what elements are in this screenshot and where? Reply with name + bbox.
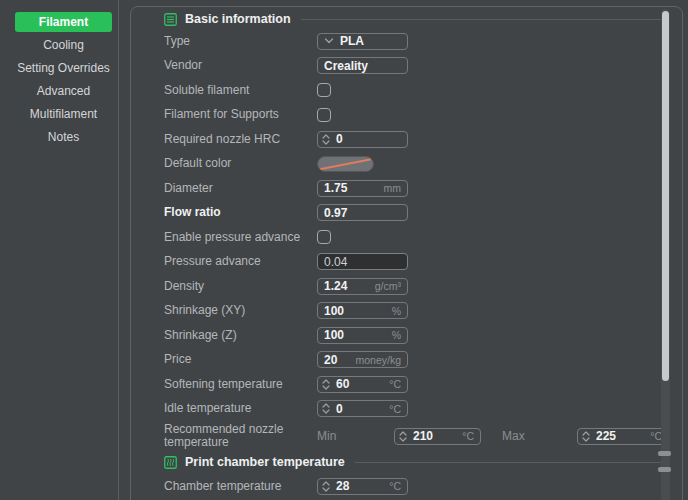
section-title: Basic information bbox=[185, 12, 291, 26]
unit-label: % bbox=[389, 329, 401, 341]
field-value: 100 bbox=[324, 304, 344, 318]
settings-sidebar: FilamentCoolingSetting OverridesAdvanced… bbox=[0, 0, 127, 500]
spinner-down-icon bbox=[322, 409, 330, 414]
setting-label: Recommended nozzle temperature bbox=[164, 423, 317, 449]
field-value: 0 bbox=[336, 402, 343, 416]
section-header-basic-information: Basic information bbox=[164, 9, 670, 29]
setting-label: Price bbox=[164, 353, 317, 366]
field-value: 210 bbox=[413, 429, 433, 443]
spinner-down-icon bbox=[322, 140, 330, 145]
setting-row-shrinkage-xy: Shrinkage (XY)100% bbox=[164, 299, 670, 324]
setting-label: Enable pressure advance bbox=[164, 231, 317, 244]
setting-row-pressure-advance: Pressure advance0.04 bbox=[164, 250, 670, 275]
max-label: Max bbox=[502, 429, 577, 443]
setting-row-chamber-temperature: Chamber temperature28°C bbox=[164, 473, 670, 499]
setting-label: Density bbox=[164, 280, 317, 293]
setting-label: Pressure advance bbox=[164, 255, 317, 268]
soluble-filament-checkbox[interactable] bbox=[317, 83, 331, 97]
setting-row-price: Price20money/kg bbox=[164, 348, 670, 373]
unit-label: % bbox=[389, 305, 401, 317]
idle-temperature-input[interactable]: 0°C bbox=[317, 400, 408, 417]
spinner-arrows[interactable] bbox=[322, 403, 330, 414]
filament-for-supports-checkbox[interactable] bbox=[317, 108, 331, 122]
settings-panel: Basic informationTypePLAVendorCrealitySo… bbox=[130, 6, 683, 500]
setting-label: Default color bbox=[164, 157, 317, 170]
unit-label: °C bbox=[386, 378, 401, 390]
setting-label: Diameter bbox=[164, 182, 317, 195]
enable-pressure-advance-checkbox[interactable] bbox=[317, 230, 331, 244]
setting-row-recommended-nozzle-temperature: Recommended nozzle temperatureMin210°CMa… bbox=[164, 421, 670, 451]
field-value: 28 bbox=[336, 479, 349, 493]
softening-temperature-input[interactable]: 60°C bbox=[317, 376, 408, 393]
sidebar-item-advanced[interactable]: Advanced bbox=[15, 81, 112, 101]
scrollbar-mark bbox=[658, 451, 671, 456]
spinner-up-icon bbox=[322, 379, 330, 384]
spinner-up-icon bbox=[322, 134, 330, 139]
density-input[interactable]: 1.24g/cm³ bbox=[317, 278, 408, 295]
setting-row-diameter: Diameter1.75mm bbox=[164, 176, 670, 201]
unit-label: mm bbox=[381, 182, 402, 194]
setting-row-soluble-filament: Soluble filament bbox=[164, 78, 670, 103]
flow-ratio-input[interactable]: 0.97 bbox=[317, 204, 408, 221]
unit-label: °C bbox=[647, 430, 662, 442]
setting-label: Type bbox=[164, 35, 317, 48]
list-icon bbox=[164, 13, 177, 26]
spinner-arrows[interactable] bbox=[322, 379, 330, 390]
setting-label: Idle temperature bbox=[164, 402, 317, 415]
field-value: 20 bbox=[324, 353, 337, 367]
chamber-temperature-input[interactable]: 28°C bbox=[317, 478, 408, 495]
heat-icon bbox=[164, 456, 177, 469]
spinner-arrows[interactable] bbox=[322, 134, 330, 145]
shrinkage-xy-input[interactable]: 100% bbox=[317, 302, 408, 319]
sidebar-item-multifilament[interactable]: Multifilament bbox=[15, 104, 112, 124]
field-value: PLA bbox=[340, 34, 364, 48]
sidebar-item-notes[interactable]: Notes bbox=[15, 127, 112, 147]
diameter-input[interactable]: 1.75mm bbox=[317, 180, 408, 197]
type-dropdown[interactable]: PLA bbox=[317, 33, 408, 50]
price-input[interactable]: 20money/kg bbox=[317, 351, 408, 368]
default-color-swatch[interactable] bbox=[317, 156, 374, 172]
pressure-advance-input[interactable]: 0.04 bbox=[317, 253, 408, 270]
setting-row-idle-temperature: Idle temperature0°C bbox=[164, 397, 670, 422]
min-label: Min bbox=[317, 429, 394, 443]
max-input[interactable]: 225°C bbox=[577, 428, 669, 445]
spinner-down-icon bbox=[582, 437, 590, 442]
sidebar-item-cooling[interactable]: Cooling bbox=[15, 35, 112, 55]
required-nozzle-hrc-input[interactable]: 0 bbox=[317, 131, 408, 148]
spinner-up-icon bbox=[322, 403, 330, 408]
unit-label: money/kg bbox=[352, 354, 401, 366]
field-value: 60 bbox=[336, 377, 349, 391]
setting-label: Soluble filament bbox=[164, 84, 317, 97]
spinner-down-icon bbox=[399, 437, 407, 442]
setting-label: Chamber temperature bbox=[164, 480, 317, 493]
min-input[interactable]: 210°C bbox=[394, 428, 481, 445]
field-value: 0.97 bbox=[324, 206, 347, 220]
setting-label: Required nozzle HRC bbox=[164, 133, 317, 146]
spinner-down-icon bbox=[322, 487, 330, 492]
setting-row-density: Density1.24g/cm³ bbox=[164, 274, 670, 299]
unit-label: °C bbox=[386, 403, 401, 415]
field-value: 0.04 bbox=[324, 255, 347, 269]
setting-row-required-nozzle-hrc: Required nozzle HRC0 bbox=[164, 127, 670, 152]
spinner-down-icon bbox=[322, 385, 330, 390]
unit-label: g/cm³ bbox=[372, 280, 401, 292]
field-value: Creality bbox=[324, 59, 368, 73]
unit-label: °C bbox=[386, 480, 401, 492]
setting-row-type: TypePLA bbox=[164, 29, 670, 54]
shrinkage-z-input[interactable]: 100% bbox=[317, 327, 408, 344]
sidebar-item-filament[interactable]: Filament bbox=[15, 12, 112, 32]
scrollbar-mark bbox=[658, 467, 671, 472]
spinner-up-icon bbox=[322, 481, 330, 486]
setting-row-default-color: Default color bbox=[164, 152, 670, 177]
setting-label: Vendor bbox=[164, 59, 317, 72]
vendor-input[interactable]: Creality bbox=[317, 57, 408, 74]
spinner-arrows[interactable] bbox=[582, 431, 590, 442]
spinner-arrows[interactable] bbox=[399, 431, 407, 442]
section-header-print-chamber-temperature: Print chamber temperature bbox=[164, 451, 670, 473]
spinner-arrows[interactable] bbox=[322, 481, 330, 492]
field-value: 1.75 bbox=[324, 181, 347, 195]
scrollbar-thumb[interactable] bbox=[662, 11, 669, 381]
sidebar-item-setting-overrides[interactable]: Setting Overrides bbox=[15, 58, 112, 78]
unit-label: °C bbox=[459, 430, 474, 442]
sidebar-divider bbox=[118, 0, 119, 500]
